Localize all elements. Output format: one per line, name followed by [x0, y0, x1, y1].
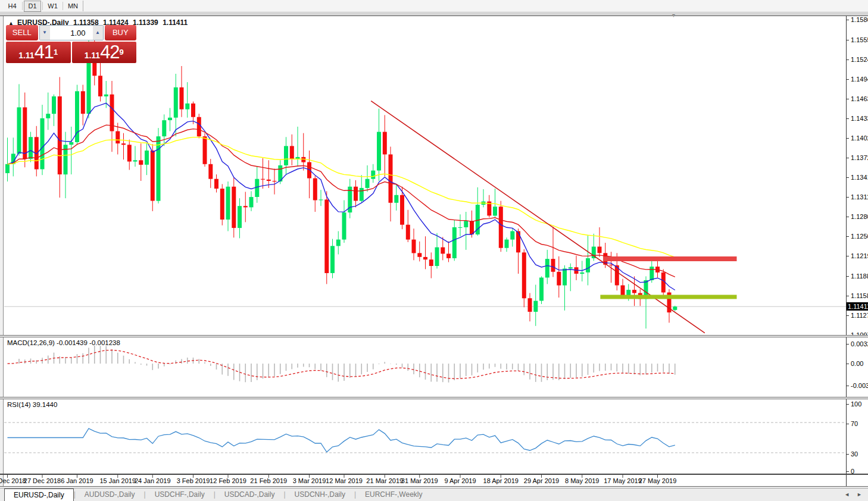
ma-10 [8, 103, 675, 290]
candle [127, 145, 132, 161]
candle [319, 199, 323, 200]
price-axis-label: 1.12195 [847, 252, 868, 259]
price-axis[interactable]: 1.158601.155501.152451.149401.146351.143… [846, 16, 868, 486]
ma-50 [8, 137, 675, 258]
candle [180, 87, 184, 109]
candle [441, 248, 445, 254]
candle [371, 171, 375, 179]
tab-usdcad-daily[interactable]: USDCAD-,Daily [216, 489, 284, 501]
candle [400, 195, 404, 225]
tab-eurchf-weekly[interactable]: EURCHF-,Weekly [356, 489, 431, 501]
candle [243, 206, 248, 207]
tab-audusd-daily[interactable]: AUDUSD-,Daily [76, 489, 144, 501]
candle [429, 259, 433, 266]
candle [493, 206, 497, 215]
date-axis-label: 21 Mar 2019 [366, 477, 403, 484]
candle [609, 265, 613, 265]
date-axis-line [0, 474, 868, 475]
candle [145, 151, 149, 165]
candle [157, 136, 161, 201]
candle [151, 151, 155, 201]
date-axis-label: 8 May 2019 [565, 477, 599, 484]
timeframe-toolbar: H4D1W1MN [0, 0, 868, 12]
candle [598, 247, 602, 253]
toolbar-separator [63, 2, 63, 10]
tab-scroll: ◄► [841, 489, 866, 501]
volume-up-icon[interactable]: ▲ [93, 26, 103, 40]
pane-separator-macd[interactable] [0, 335, 868, 337]
ohlc-close: 1.11411 [163, 18, 188, 27]
candle [563, 268, 567, 285]
sell-button[interactable]: SELL [6, 25, 38, 40]
candle [336, 240, 341, 246]
tab-scroll-left-icon[interactable]: ◄ [841, 491, 853, 497]
candle [330, 246, 335, 273]
candle [40, 118, 45, 170]
ohlc-low: 1.11339 [133, 18, 158, 27]
candle [650, 267, 654, 280]
one-click-trading-panel: SELL ▼ ▲ BUY 1.11411 1.11429 [6, 25, 136, 63]
date-axis-label: 31 Mar 2019 [401, 477, 438, 484]
buy-button[interactable]: BUY [105, 25, 137, 40]
toolbar-separator [83, 1, 83, 11]
date-axis-label: 6 Jan 2019 [61, 477, 93, 484]
tab-eurusd-daily[interactable]: EURUSD-,Daily [4, 489, 74, 501]
date-axis-label: 18 Apr 2019 [483, 477, 519, 484]
candle [551, 259, 555, 272]
date-axis-label: 15 Jan 2019 [99, 477, 136, 484]
candle [174, 87, 178, 118]
candle [5, 164, 10, 173]
tab-usdcnh-daily[interactable]: USDCNH-,Daily [286, 489, 354, 501]
date-axis-label: 18 Dec 2018 [0, 477, 26, 484]
candle [412, 240, 416, 253]
sell-price-box[interactable]: 1.11411 [6, 42, 71, 63]
mt4-window: H4D1W1MN ▼ ▲EURUSD-,Daily 1.11358 1.1142… [0, 0, 868, 501]
volume-input[interactable] [50, 26, 93, 40]
volume-down-icon[interactable]: ▼ [40, 26, 50, 40]
candle [499, 206, 503, 248]
date-axis-label: 3 Feb 2019 [177, 477, 210, 484]
candle [360, 188, 364, 201]
date-axis-label: 27 May 2019 [639, 477, 677, 484]
date-axis-label: 24 Jan 2019 [135, 477, 171, 484]
candle [58, 96, 62, 174]
buy-price-big: 42 [100, 42, 119, 62]
timeframe-button-w1[interactable]: W1 [44, 1, 61, 12]
buy-price-box[interactable]: 1.11429 [72, 42, 137, 63]
chart-canvas[interactable] [0, 0, 868, 501]
candle [557, 272, 561, 286]
tab-scroll-right-icon[interactable]: ► [853, 491, 866, 497]
tab-usdchf-daily[interactable]: USDCHF-,Daily [146, 489, 214, 501]
date-axis-label: 27 Dec 2018 [24, 477, 61, 484]
candle [69, 142, 73, 145]
candle [377, 132, 381, 171]
candle [203, 136, 207, 164]
toolbar-separator [22, 2, 23, 10]
pane-separator-rsi[interactable] [0, 397, 868, 399]
candle [23, 107, 27, 159]
candle [249, 197, 254, 207]
candle [539, 278, 544, 301]
candle [470, 221, 474, 234]
date-axis-label: 3 Mar 2019 [293, 477, 326, 484]
candle [238, 206, 242, 228]
chevron-down-icon[interactable]: ▼ [671, 12, 676, 18]
candle [81, 91, 85, 114]
macd-pane [8, 346, 675, 383]
timeframe-button-d1[interactable]: D1 [24, 1, 41, 12]
timeframe-button-mn[interactable]: MN [64, 1, 82, 12]
rsi-axis-label: 30 [847, 450, 858, 458]
candle [290, 146, 294, 159]
price-axis-label: 1.15860 [847, 16, 868, 23]
candle [632, 290, 636, 293]
candle [17, 107, 21, 154]
price-axis-label: 1.11580 [847, 292, 868, 299]
candle [533, 301, 538, 312]
timeframe-button-h4[interactable]: H4 [4, 1, 21, 12]
date-axis[interactable]: 18 Dec 201827 Dec 20186 Jan 201915 Jan 2… [0, 476, 846, 486]
candle [232, 187, 236, 228]
macd-label: MACD(12,26,9) -0.001439 -0.001238 [7, 339, 120, 346]
ma-25 [8, 125, 675, 277]
candle [435, 248, 439, 266]
date-axis-label: 9 Apr 2019 [444, 477, 476, 484]
